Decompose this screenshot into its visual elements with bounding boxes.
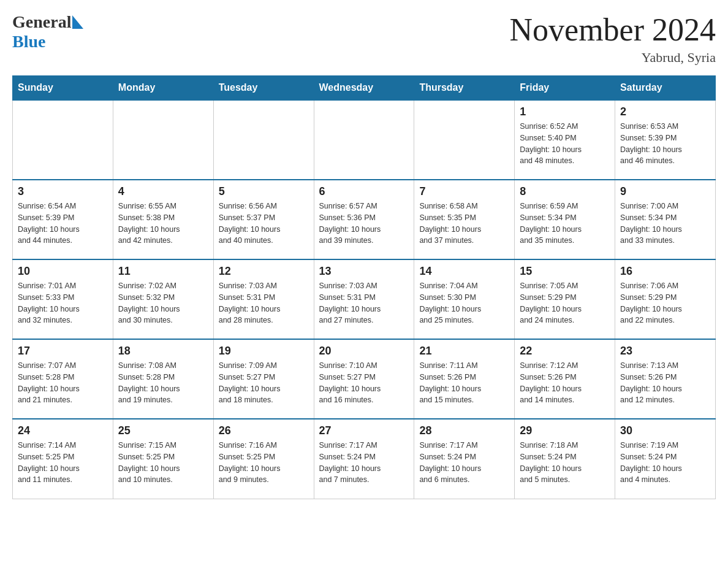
day-info: Sunrise: 7:10 AMSunset: 5:27 PMDaylight:… xyxy=(319,360,409,406)
day-info: Sunrise: 6:57 AMSunset: 5:36 PMDaylight:… xyxy=(319,201,409,247)
day-info: Sunrise: 7:13 AMSunset: 5:26 PMDaylight:… xyxy=(620,360,710,406)
day-number: 22 xyxy=(520,345,610,358)
day-info: Sunrise: 6:59 AMSunset: 5:34 PMDaylight:… xyxy=(520,201,610,247)
day-info: Sunrise: 7:02 AMSunset: 5:32 PMDaylight:… xyxy=(118,280,208,326)
week-row-3: 10Sunrise: 7:01 AMSunset: 5:33 PMDayligh… xyxy=(13,259,716,339)
calendar-cell: 11Sunrise: 7:02 AMSunset: 5:32 PMDayligh… xyxy=(113,259,213,339)
calendar-cell: 20Sunrise: 7:10 AMSunset: 5:27 PMDayligh… xyxy=(314,339,414,419)
calendar-cell: 6Sunrise: 6:57 AMSunset: 5:36 PMDaylight… xyxy=(314,180,414,259)
day-info: Sunrise: 7:07 AMSunset: 5:28 PMDaylight:… xyxy=(18,360,108,406)
week-row-4: 17Sunrise: 7:07 AMSunset: 5:28 PMDayligh… xyxy=(13,339,716,419)
day-info: Sunrise: 7:12 AMSunset: 5:26 PMDaylight:… xyxy=(520,360,610,406)
column-header-wednesday: Wednesday xyxy=(314,76,414,101)
day-number: 24 xyxy=(18,424,108,437)
day-number: 26 xyxy=(219,424,309,437)
day-info: Sunrise: 7:03 AMSunset: 5:31 PMDaylight:… xyxy=(219,280,309,326)
day-number: 27 xyxy=(319,424,409,437)
calendar-cell: 9Sunrise: 7:00 AMSunset: 5:34 PMDaylight… xyxy=(615,180,716,259)
day-info: Sunrise: 7:03 AMSunset: 5:31 PMDaylight:… xyxy=(319,280,409,326)
calendar-cell: 19Sunrise: 7:09 AMSunset: 5:27 PMDayligh… xyxy=(213,339,314,419)
calendar-cell: 13Sunrise: 7:03 AMSunset: 5:31 PMDayligh… xyxy=(314,259,414,339)
day-info: Sunrise: 7:11 AMSunset: 5:26 PMDaylight:… xyxy=(419,360,509,406)
week-row-1: 1Sunrise: 6:52 AMSunset: 5:40 PMDaylight… xyxy=(13,100,716,180)
day-number: 9 xyxy=(620,185,710,198)
column-header-monday: Monday xyxy=(113,76,213,101)
calendar-cell xyxy=(113,100,213,180)
day-number: 30 xyxy=(620,424,710,437)
day-number: 20 xyxy=(319,345,409,358)
day-number: 11 xyxy=(118,265,208,278)
column-header-sunday: Sunday xyxy=(13,76,113,101)
calendar-cell: 28Sunrise: 7:17 AMSunset: 5:24 PMDayligh… xyxy=(414,419,515,499)
day-info: Sunrise: 6:53 AMSunset: 5:39 PMDaylight:… xyxy=(620,121,710,167)
calendar-cell xyxy=(314,100,414,180)
calendar-cell: 17Sunrise: 7:07 AMSunset: 5:28 PMDayligh… xyxy=(13,339,113,419)
day-info: Sunrise: 6:55 AMSunset: 5:38 PMDaylight:… xyxy=(118,201,208,247)
calendar-header: SundayMondayTuesdayWednesdayThursdayFrid… xyxy=(13,76,716,101)
calendar-cell: 27Sunrise: 7:17 AMSunset: 5:24 PMDayligh… xyxy=(314,419,414,499)
day-number: 23 xyxy=(620,345,710,358)
week-row-2: 3Sunrise: 6:54 AMSunset: 5:39 PMDaylight… xyxy=(13,180,716,259)
day-info: Sunrise: 7:19 AMSunset: 5:24 PMDaylight:… xyxy=(620,440,710,486)
calendar-cell: 2Sunrise: 6:53 AMSunset: 5:39 PMDaylight… xyxy=(615,100,716,180)
calendar-cell: 23Sunrise: 7:13 AMSunset: 5:26 PMDayligh… xyxy=(615,339,716,419)
calendar-cell: 15Sunrise: 7:05 AMSunset: 5:29 PMDayligh… xyxy=(515,259,615,339)
calendar-cell: 18Sunrise: 7:08 AMSunset: 5:28 PMDayligh… xyxy=(113,339,213,419)
calendar-subtitle: Yabrud, Syria xyxy=(510,50,716,66)
day-number: 10 xyxy=(18,265,108,278)
column-header-tuesday: Tuesday xyxy=(213,76,314,101)
calendar-cell: 1Sunrise: 6:52 AMSunset: 5:40 PMDaylight… xyxy=(515,100,615,180)
day-info: Sunrise: 6:58 AMSunset: 5:35 PMDaylight:… xyxy=(419,201,509,247)
day-number: 5 xyxy=(219,185,309,198)
day-number: 2 xyxy=(620,105,710,118)
day-number: 1 xyxy=(520,105,610,118)
calendar-cell: 25Sunrise: 7:15 AMSunset: 5:25 PMDayligh… xyxy=(113,419,213,499)
day-info: Sunrise: 6:52 AMSunset: 5:40 PMDaylight:… xyxy=(520,121,610,167)
calendar-cell: 29Sunrise: 7:18 AMSunset: 5:24 PMDayligh… xyxy=(515,419,615,499)
calendar-cell: 3Sunrise: 6:54 AMSunset: 5:39 PMDaylight… xyxy=(13,180,113,259)
calendar-cell: 8Sunrise: 6:59 AMSunset: 5:34 PMDaylight… xyxy=(515,180,615,259)
day-info: Sunrise: 7:00 AMSunset: 5:34 PMDaylight:… xyxy=(620,201,710,247)
day-info: Sunrise: 7:06 AMSunset: 5:29 PMDaylight:… xyxy=(620,280,710,326)
header: General Blue November 2024 Yabrud, Syria xyxy=(12,12,716,66)
column-header-thursday: Thursday xyxy=(414,76,515,101)
day-number: 15 xyxy=(520,265,610,278)
day-number: 18 xyxy=(118,345,208,358)
day-number: 17 xyxy=(18,345,108,358)
calendar-cell: 10Sunrise: 7:01 AMSunset: 5:33 PMDayligh… xyxy=(13,259,113,339)
day-info: Sunrise: 6:54 AMSunset: 5:39 PMDaylight:… xyxy=(18,201,108,247)
calendar-cell: 7Sunrise: 6:58 AMSunset: 5:35 PMDaylight… xyxy=(414,180,515,259)
column-header-friday: Friday xyxy=(515,76,615,101)
day-number: 16 xyxy=(620,265,710,278)
calendar-cell: 16Sunrise: 7:06 AMSunset: 5:29 PMDayligh… xyxy=(615,259,716,339)
logo-general-text: General xyxy=(12,12,71,32)
day-info: Sunrise: 7:16 AMSunset: 5:25 PMDaylight:… xyxy=(219,440,309,486)
calendar-cell: 12Sunrise: 7:03 AMSunset: 5:31 PMDayligh… xyxy=(213,259,314,339)
calendar-cell: 24Sunrise: 7:14 AMSunset: 5:25 PMDayligh… xyxy=(13,419,113,499)
calendar-cell xyxy=(213,100,314,180)
day-info: Sunrise: 7:01 AMSunset: 5:33 PMDaylight:… xyxy=(18,280,108,326)
day-info: Sunrise: 6:56 AMSunset: 5:37 PMDaylight:… xyxy=(219,201,309,247)
day-info: Sunrise: 7:14 AMSunset: 5:25 PMDaylight:… xyxy=(18,440,108,486)
svg-marker-0 xyxy=(72,15,83,29)
column-header-saturday: Saturday xyxy=(615,76,716,101)
day-info: Sunrise: 7:18 AMSunset: 5:24 PMDaylight:… xyxy=(520,440,610,486)
calendar-cell: 26Sunrise: 7:16 AMSunset: 5:25 PMDayligh… xyxy=(213,419,314,499)
calendar-cell: 30Sunrise: 7:19 AMSunset: 5:24 PMDayligh… xyxy=(615,419,716,499)
calendar-table: SundayMondayTuesdayWednesdayThursdayFrid… xyxy=(12,75,716,499)
calendar-cell: 21Sunrise: 7:11 AMSunset: 5:26 PMDayligh… xyxy=(414,339,515,419)
day-number: 4 xyxy=(118,185,208,198)
day-info: Sunrise: 7:08 AMSunset: 5:28 PMDaylight:… xyxy=(118,360,208,406)
day-info: Sunrise: 7:17 AMSunset: 5:24 PMDaylight:… xyxy=(319,440,409,486)
day-number: 29 xyxy=(520,424,610,437)
day-number: 3 xyxy=(18,185,108,198)
calendar-cell xyxy=(13,100,113,180)
day-number: 6 xyxy=(319,185,409,198)
logo-triangle-icon xyxy=(72,15,83,31)
calendar-cell: 22Sunrise: 7:12 AMSunset: 5:26 PMDayligh… xyxy=(515,339,615,419)
week-row-5: 24Sunrise: 7:14 AMSunset: 5:25 PMDayligh… xyxy=(13,419,716,499)
day-info: Sunrise: 7:17 AMSunset: 5:24 PMDaylight:… xyxy=(419,440,509,486)
logo-blue-text: Blue xyxy=(12,32,45,51)
day-number: 7 xyxy=(419,185,509,198)
day-info: Sunrise: 7:15 AMSunset: 5:25 PMDaylight:… xyxy=(118,440,208,486)
